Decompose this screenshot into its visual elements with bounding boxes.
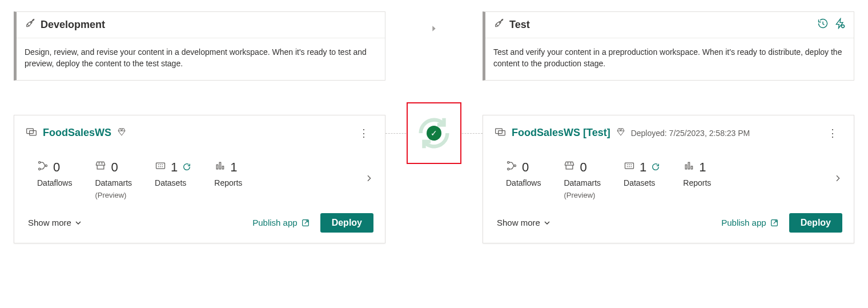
report-icon: [214, 160, 226, 175]
workspace-footer-dev: Show more Publish app Deploy: [14, 206, 385, 243]
svg-point-4: [39, 168, 41, 170]
refresh-icon[interactable]: [651, 160, 660, 175]
stage-description: Design, review, and revise your content …: [17, 38, 385, 80]
stage-header-card-dev: Development Design, review, and revise y…: [14, 11, 385, 81]
report-icon: [683, 160, 694, 175]
sync-icon: ✓: [414, 113, 454, 153]
chevron-right-icon: [429, 24, 439, 33]
svg-point-17: [514, 165, 516, 166]
stat-value: 0: [580, 160, 586, 175]
check-icon: ✓: [427, 126, 441, 141]
svg-rect-21: [691, 166, 693, 169]
svg-rect-18: [625, 163, 634, 169]
svg-rect-6: [156, 163, 165, 169]
stage-header-top-dev: Development: [17, 12, 385, 38]
stage-test: Test Test and verify your content in a p…: [483, 11, 854, 243]
workspace-card-dev: FoodSalesWS ⋮ 0 Dataflows: [14, 115, 385, 243]
stat-datamarts: 0 Datamarts (Preview): [95, 160, 132, 199]
deploy-button[interactable]: Deploy: [320, 213, 373, 233]
workspace-card-test: FoodSalesWS [Test] Deployed: 7/25/2023, …: [483, 115, 854, 243]
stats-row-dev: 0 Dataflows 0 Datamarts (Preview) 1: [14, 144, 385, 206]
dataset-icon: [155, 160, 166, 175]
dataflow-icon: [37, 160, 49, 175]
workspace-icon: [495, 126, 506, 140]
stat-dataflows: 0 Dataflows: [506, 160, 541, 187]
stats-next-button[interactable]: [364, 174, 373, 186]
stat-label: Dataflows: [506, 178, 541, 187]
premium-icon: [616, 127, 625, 139]
svg-rect-1: [27, 129, 34, 133]
stat-label: Datasets: [624, 178, 660, 187]
deployed-timestamp: Deployed: 7/25/2023, 2:58:23 PM: [631, 129, 750, 138]
more-menu-button[interactable]: ⋮: [354, 125, 373, 142]
stage-title: Development: [41, 19, 105, 31]
workspace-head-dev: FoodSalesWS ⋮: [14, 115, 385, 144]
stage-development: Development Design, review, and revise y…: [14, 11, 385, 243]
stat-sublabel: (Preview): [564, 191, 601, 199]
rocket-icon: [493, 18, 505, 32]
stat-label: Dataflows: [37, 178, 72, 187]
publish-app-link[interactable]: Publish app: [252, 218, 310, 227]
publish-app-link[interactable]: Publish app: [721, 218, 778, 227]
stat-datasets: 1 Datasets: [155, 160, 191, 187]
stat-value: 0: [522, 160, 529, 175]
svg-point-11: [499, 22, 501, 23]
deploy-button[interactable]: Deploy: [789, 213, 842, 233]
stat-reports: 1 Reports: [683, 160, 711, 187]
refresh-icon[interactable]: [182, 160, 191, 175]
svg-rect-7: [216, 165, 218, 169]
pipeline: Development Design, review, and revise y…: [14, 11, 854, 243]
svg-rect-2: [30, 130, 37, 135]
svg-rect-19: [685, 165, 687, 169]
sync-status-highlight: ✓: [407, 102, 461, 164]
stage-title: Test: [509, 19, 530, 31]
svg-point-15: [508, 161, 509, 163]
datamart-icon: [95, 160, 106, 175]
svg-point-0: [30, 22, 32, 23]
stat-datamarts: 0 Datamarts (Preview): [564, 160, 601, 199]
dataflow-icon: [506, 160, 517, 175]
stage-header-card-test: Test Test and verify your content in a p…: [483, 11, 854, 81]
stat-datasets: 1 Datasets: [624, 160, 660, 187]
stat-label: Reports: [683, 178, 711, 187]
stat-label: Datasets: [155, 178, 191, 187]
stat-reports: 1 Reports: [214, 160, 242, 187]
stat-value: 1: [230, 160, 237, 175]
history-icon[interactable]: [817, 18, 829, 32]
workspace-name-link[interactable]: FoodSalesWS: [43, 127, 111, 139]
stat-value: 1: [699, 160, 706, 175]
workspace-icon: [26, 126, 37, 140]
svg-rect-14: [499, 130, 505, 135]
svg-point-5: [45, 165, 47, 166]
rocket-icon: [25, 18, 36, 32]
stat-value: 0: [111, 160, 118, 175]
premium-icon: [117, 127, 126, 139]
svg-rect-9: [222, 166, 224, 169]
show-more-button[interactable]: Show more: [28, 218, 83, 227]
stage-header-top-test: Test: [485, 12, 854, 38]
stat-value: 1: [171, 160, 178, 175]
stat-label: Datamarts: [564, 178, 601, 187]
stat-label: Reports: [214, 178, 242, 187]
svg-rect-20: [688, 162, 690, 169]
stage-connector: ✓: [403, 11, 465, 220]
svg-point-12: [842, 25, 845, 28]
stat-value: 1: [640, 160, 646, 175]
stat-label: Datamarts: [95, 178, 132, 187]
svg-point-3: [39, 161, 41, 163]
workspace-name-link[interactable]: FoodSalesWS [Test]: [512, 127, 610, 139]
stat-value: 0: [53, 160, 60, 175]
settings-rules-icon[interactable]: [834, 18, 846, 32]
datamart-icon: [564, 160, 575, 175]
stats-row-test: 0 Dataflows 0 Datamarts (Preview) 1: [483, 144, 854, 206]
svg-point-16: [508, 168, 509, 170]
show-more-button[interactable]: Show more: [497, 218, 552, 227]
stat-sublabel: (Preview): [95, 191, 132, 199]
stat-dataflows: 0 Dataflows: [37, 160, 72, 187]
workspace-head-test: FoodSalesWS [Test] Deployed: 7/25/2023, …: [483, 115, 854, 144]
more-menu-button[interactable]: ⋮: [823, 125, 842, 142]
stats-next-button[interactable]: [833, 174, 842, 186]
dataset-icon: [624, 160, 635, 175]
workspace-footer-test: Show more Publish app Deploy: [483, 206, 854, 243]
svg-rect-13: [496, 129, 503, 133]
